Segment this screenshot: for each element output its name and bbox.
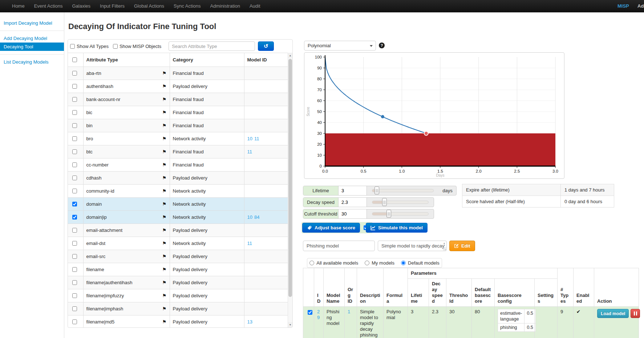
adjust-base-score-button[interactable]: Adjust base score — [302, 223, 360, 233]
flag-icon[interactable]: ⚑ — [162, 293, 167, 298]
flag-icon[interactable]: ⚑ — [162, 201, 167, 207]
model-id-link[interactable]: 11 — [247, 149, 252, 154]
model-id-link[interactable]: 11 — [254, 136, 259, 141]
attribute-row-checkbox[interactable] — [72, 84, 77, 89]
flag-icon[interactable]: ⚑ — [162, 110, 167, 115]
flag-icon[interactable]: ⚑ — [162, 214, 167, 220]
flag-icon[interactable]: ⚑ — [162, 319, 167, 325]
slider-value-input[interactable] — [339, 186, 367, 195]
attribute-row-checkbox[interactable] — [72, 280, 77, 285]
attribute-row[interactable]: community-id⚑Network activity — [68, 185, 288, 198]
attribute-row[interactable]: filename⚑Payload delivery — [68, 263, 288, 276]
model-name-input[interactable] — [303, 241, 375, 251]
attribute-row-checkbox[interactable] — [72, 306, 77, 311]
flag-icon[interactable]: ⚑ — [162, 149, 167, 154]
attribute-row[interactable]: aba-rtn⚑Financial fraud — [68, 67, 288, 80]
flag-icon[interactable]: ⚑ — [162, 71, 167, 76]
attribute-row-checkbox[interactable] — [72, 319, 77, 324]
navbar-link-galaxies[interactable]: Galaxies — [67, 0, 95, 12]
textarea-scroll-arrows[interactable]: ▲▼ — [443, 242, 445, 246]
attribute-row-checkbox[interactable] — [72, 254, 77, 259]
model-id-link[interactable]: 84 — [254, 214, 259, 220]
model-description-input[interactable]: Simple model to rapidly decay ▲▼ — [378, 241, 447, 251]
flag-icon[interactable]: ⚑ — [162, 84, 167, 89]
sidebar-item-import-decaying-model[interactable]: Import Decaying Model — [0, 19, 64, 27]
attribute-row-checkbox[interactable] — [72, 267, 77, 272]
scope-option-my-models[interactable]: My models — [365, 260, 394, 266]
attribute-row-checkbox[interactable] — [72, 241, 77, 246]
attribute-row[interactable]: domain|ip⚑Network activity1084 — [68, 211, 288, 224]
flag-icon[interactable]: ⚑ — [162, 241, 167, 246]
slider-value-input[interactable] — [339, 209, 367, 218]
attribute-row[interactable]: bank-account-nr⚑Financial fraud — [68, 93, 288, 106]
attribute-row[interactable]: btc⚑Financial fraud11 — [68, 145, 288, 158]
filter-show-misp-objects[interactable]: Show MISP Objects — [113, 44, 161, 49]
attribute-row-checkbox[interactable] — [72, 71, 77, 76]
slider-track[interactable] — [372, 189, 434, 192]
attribute-row-checkbox[interactable] — [72, 293, 77, 298]
model-id-link[interactable]: 11 — [247, 241, 252, 246]
model-row-checkbox[interactable] — [308, 310, 312, 315]
flag-icon[interactable]: ⚑ — [162, 175, 167, 181]
attribute-row[interactable]: cc-number⚑Financial fraud — [68, 158, 288, 172]
attribute-row-checkbox[interactable] — [72, 162, 77, 167]
attribute-row-checkbox[interactable] — [72, 228, 77, 233]
model-id-link[interactable]: 10 — [247, 136, 252, 141]
sidebar-item-add-decaying-model[interactable]: Add Decaying Model — [0, 34, 64, 43]
flag-icon[interactable]: ⚑ — [162, 280, 167, 285]
attribute-row[interactable]: authentihash⚑Payload delivery — [68, 80, 288, 93]
attribute-row-checkbox[interactable] — [72, 136, 77, 141]
threshold-point[interactable] — [424, 132, 428, 136]
scope-radio[interactable] — [365, 261, 369, 265]
load-model-button[interactable]: Load model — [597, 309, 629, 318]
attribute-row[interactable]: cdhash⚑Payload delivery — [68, 172, 288, 185]
navbar-link-administration[interactable]: Administration — [206, 0, 245, 12]
attribute-row-checkbox[interactable] — [72, 189, 77, 193]
flag-icon[interactable]: ⚑ — [162, 97, 167, 102]
slider-handle[interactable] — [374, 186, 379, 194]
attribute-row[interactable]: bin⚑Financial fraud — [68, 119, 288, 132]
model-id-cell-link[interactable]: 29 — [317, 309, 320, 320]
attribute-row-checkbox[interactable] — [72, 110, 77, 115]
attribute-row[interactable]: filename|impfuzzy⚑Payload delivery — [68, 289, 288, 302]
scope-option-default-models[interactable]: Default models — [401, 260, 440, 266]
navbar-link-sync-actions[interactable]: Sync Actions — [169, 0, 205, 12]
attribute-row-checkbox[interactable] — [72, 202, 77, 206]
sidebar-item-decaying-tool[interactable]: Decaying Tool — [0, 43, 64, 51]
attribute-row[interactable]: filename|imphash⚑Payload delivery — [68, 302, 288, 315]
scrollbar-up-arrow[interactable]: ▲ — [288, 53, 292, 58]
model-id-link[interactable]: 10 — [247, 214, 252, 220]
attribute-row[interactable]: email-attachment⚑Payload delivery — [68, 224, 288, 237]
attribute-row-checkbox[interactable] — [72, 97, 77, 102]
model-row[interactable]: 29Phishing model1Simple model to rapidly… — [303, 307, 639, 338]
resize-grip-icon[interactable] — [443, 247, 446, 250]
flag-icon[interactable]: ⚑ — [162, 267, 167, 272]
edit-model-button[interactable]: Edit — [449, 241, 475, 251]
attribute-row-checkbox[interactable] — [72, 176, 77, 180]
navbar-link-home[interactable]: Home — [7, 0, 29, 12]
flag-icon[interactable]: ⚑ — [162, 228, 167, 233]
attribute-row[interactable]: bic⚑Financial fraud — [68, 106, 288, 119]
sidebar-item-list-decaying-models[interactable]: List Decaying Models — [0, 58, 64, 66]
scope-option-all-available-models[interactable]: All available models — [309, 260, 358, 266]
slider-track[interactable] — [372, 201, 429, 204]
flag-icon[interactable]: ⚑ — [162, 188, 167, 194]
attribute-row-checkbox[interactable] — [72, 123, 77, 128]
flag-icon[interactable]: ⚑ — [162, 123, 167, 128]
flag-icon[interactable]: ⚑ — [162, 254, 167, 259]
pause-model-button[interactable] — [631, 309, 640, 318]
navbar-link-global-actions[interactable]: Global Actions — [129, 0, 169, 12]
slider-value-input[interactable] — [339, 198, 367, 207]
attribute-row-checkbox[interactable] — [72, 215, 77, 220]
select-all-checkbox[interactable] — [72, 57, 77, 62]
filter-checkbox[interactable] — [70, 44, 75, 49]
navbar-link-event-actions[interactable]: Event Actions — [29, 0, 68, 12]
attribute-row[interactable]: email-src⚑Payload delivery — [68, 250, 288, 263]
flag-icon[interactable]: ⚑ — [162, 136, 167, 141]
attribute-row[interactable]: filename|authentihash⚑Payload delivery — [68, 276, 288, 289]
attribute-row-checkbox[interactable] — [72, 149, 77, 154]
attribute-row[interactable]: email-dst⚑Network activity11 — [68, 237, 288, 250]
org-id-cell-link[interactable]: 1 — [348, 309, 350, 314]
scrollbar-down-arrow[interactable]: ▼ — [288, 322, 292, 327]
scope-radio[interactable] — [401, 261, 406, 265]
